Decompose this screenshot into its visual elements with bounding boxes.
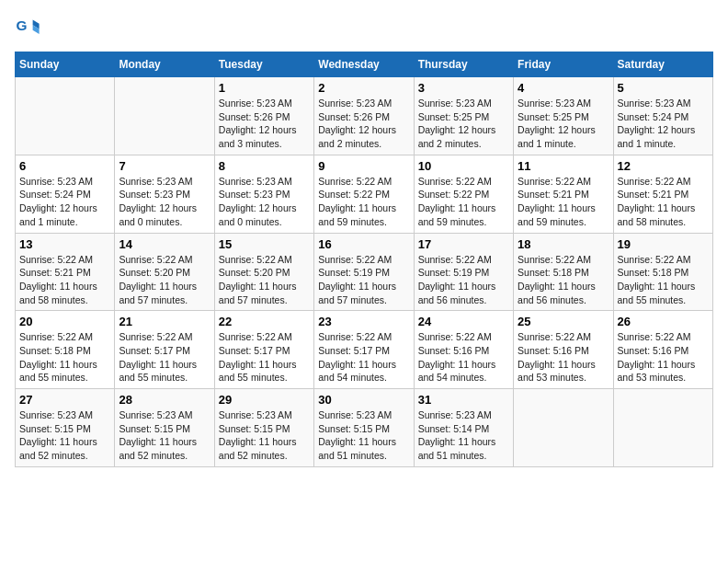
calendar-cell: 17Sunrise: 5:22 AM Sunset: 5:19 PM Dayli… (414, 233, 513, 311)
calendar-cell: 12Sunrise: 5:22 AM Sunset: 5:21 PM Dayli… (613, 155, 712, 233)
weekday-saturday: Saturday (613, 52, 712, 77)
weekday-header-row: SundayMondayTuesdayWednesdayThursdayFrid… (16, 52, 713, 77)
weekday-tuesday: Tuesday (214, 52, 313, 77)
calendar-cell: 4Sunrise: 5:23 AM Sunset: 5:25 PM Daylig… (514, 77, 613, 155)
day-info: Sunrise: 5:22 AM Sunset: 5:22 PM Dayligh… (418, 175, 509, 229)
day-info: Sunrise: 5:22 AM Sunset: 5:21 PM Dayligh… (19, 253, 110, 307)
day-info: Sunrise: 5:22 AM Sunset: 5:20 PM Dayligh… (219, 253, 310, 307)
day-info: Sunrise: 5:23 AM Sunset: 5:15 PM Dayligh… (219, 408, 310, 463)
day-number: 2 (318, 81, 409, 95)
calendar-cell (115, 77, 214, 155)
logo: G (15, 15, 44, 40)
calendar-cell: 20Sunrise: 5:22 AM Sunset: 5:18 PM Dayli… (16, 311, 115, 389)
calendar-body: 1Sunrise: 5:23 AM Sunset: 5:26 PM Daylig… (16, 77, 713, 467)
day-info: Sunrise: 5:23 AM Sunset: 5:15 PM Dayligh… (19, 408, 110, 463)
day-info: Sunrise: 5:22 AM Sunset: 5:19 PM Dayligh… (418, 253, 509, 307)
calendar-cell: 28Sunrise: 5:23 AM Sunset: 5:15 PM Dayli… (115, 389, 214, 467)
svg-text:G: G (16, 17, 27, 33)
day-number: 18 (518, 237, 609, 251)
day-number: 12 (618, 159, 709, 173)
calendar-cell: 2Sunrise: 5:23 AM Sunset: 5:26 PM Daylig… (314, 77, 414, 155)
day-info: Sunrise: 5:23 AM Sunset: 5:23 PM Dayligh… (219, 175, 310, 229)
calendar-cell: 25Sunrise: 5:22 AM Sunset: 5:16 PM Dayli… (514, 311, 613, 389)
calendar-cell: 1Sunrise: 5:23 AM Sunset: 5:26 PM Daylig… (214, 77, 313, 155)
day-number: 22 (219, 315, 310, 328)
day-number: 1 (219, 81, 310, 95)
logo-icon: G (15, 15, 40, 40)
calendar-cell: 23Sunrise: 5:22 AM Sunset: 5:17 PM Dayli… (314, 311, 414, 389)
calendar-cell: 16Sunrise: 5:22 AM Sunset: 5:19 PM Dayli… (314, 233, 414, 311)
page-header: G (15, 15, 713, 40)
calendar-table: SundayMondayTuesdayWednesdayThursdayFrid… (15, 52, 713, 467)
day-info: Sunrise: 5:23 AM Sunset: 5:14 PM Dayligh… (418, 408, 509, 463)
weekday-thursday: Thursday (414, 52, 513, 77)
day-number: 11 (518, 159, 609, 173)
week-row-1: 1Sunrise: 5:23 AM Sunset: 5:26 PM Daylig… (16, 77, 713, 155)
day-number: 27 (19, 393, 110, 407)
day-number: 14 (119, 237, 210, 251)
calendar-cell: 18Sunrise: 5:22 AM Sunset: 5:18 PM Dayli… (514, 233, 613, 311)
day-number: 7 (119, 159, 210, 173)
day-number: 3 (418, 81, 509, 95)
day-number: 26 (618, 315, 709, 328)
day-number: 13 (19, 237, 110, 251)
calendar-cell: 3Sunrise: 5:23 AM Sunset: 5:25 PM Daylig… (414, 77, 513, 155)
day-info: Sunrise: 5:23 AM Sunset: 5:25 PM Dayligh… (418, 97, 509, 151)
weekday-sunday: Sunday (16, 52, 115, 77)
day-number: 8 (219, 159, 310, 173)
calendar-cell: 9Sunrise: 5:22 AM Sunset: 5:22 PM Daylig… (314, 155, 414, 233)
day-number: 29 (219, 393, 310, 407)
calendar-cell: 31Sunrise: 5:23 AM Sunset: 5:14 PM Dayli… (414, 389, 513, 467)
calendar-cell: 10Sunrise: 5:22 AM Sunset: 5:22 PM Dayli… (414, 155, 513, 233)
calendar-cell (613, 389, 712, 467)
calendar-header: SundayMondayTuesdayWednesdayThursdayFrid… (16, 52, 713, 77)
day-info: Sunrise: 5:22 AM Sunset: 5:16 PM Dayligh… (518, 330, 609, 385)
day-number: 31 (418, 393, 509, 407)
calendar-cell: 14Sunrise: 5:22 AM Sunset: 5:20 PM Dayli… (115, 233, 214, 311)
day-info: Sunrise: 5:22 AM Sunset: 5:22 PM Dayligh… (318, 175, 409, 229)
day-info: Sunrise: 5:23 AM Sunset: 5:24 PM Dayligh… (618, 97, 709, 151)
calendar-cell: 13Sunrise: 5:22 AM Sunset: 5:21 PM Dayli… (16, 233, 115, 311)
day-info: Sunrise: 5:22 AM Sunset: 5:17 PM Dayligh… (219, 330, 310, 385)
week-row-3: 13Sunrise: 5:22 AM Sunset: 5:21 PM Dayli… (16, 233, 713, 311)
day-number: 24 (418, 315, 509, 328)
calendar-cell: 11Sunrise: 5:22 AM Sunset: 5:21 PM Dayli… (514, 155, 613, 233)
day-info: Sunrise: 5:22 AM Sunset: 5:19 PM Dayligh… (318, 253, 409, 307)
day-number: 21 (119, 315, 210, 328)
day-info: Sunrise: 5:22 AM Sunset: 5:17 PM Dayligh… (318, 330, 409, 385)
day-info: Sunrise: 5:22 AM Sunset: 5:18 PM Dayligh… (518, 253, 609, 307)
calendar-cell (514, 389, 613, 467)
calendar-cell: 24Sunrise: 5:22 AM Sunset: 5:16 PM Dayli… (414, 311, 513, 389)
day-number: 17 (418, 237, 509, 251)
day-info: Sunrise: 5:23 AM Sunset: 5:24 PM Dayligh… (19, 175, 110, 229)
calendar-cell: 29Sunrise: 5:23 AM Sunset: 5:15 PM Dayli… (214, 389, 313, 467)
calendar-cell: 5Sunrise: 5:23 AM Sunset: 5:24 PM Daylig… (613, 77, 712, 155)
day-number: 28 (119, 393, 210, 407)
calendar-cell: 26Sunrise: 5:22 AM Sunset: 5:16 PM Dayli… (613, 311, 712, 389)
day-info: Sunrise: 5:23 AM Sunset: 5:23 PM Dayligh… (119, 175, 210, 229)
day-number: 19 (618, 237, 709, 251)
day-info: Sunrise: 5:22 AM Sunset: 5:16 PM Dayligh… (418, 330, 509, 385)
day-info: Sunrise: 5:23 AM Sunset: 5:26 PM Dayligh… (318, 97, 409, 151)
day-number: 5 (618, 81, 709, 95)
day-info: Sunrise: 5:22 AM Sunset: 5:20 PM Dayligh… (119, 253, 210, 307)
day-info: Sunrise: 5:22 AM Sunset: 5:21 PM Dayligh… (518, 175, 609, 229)
calendar-cell: 6Sunrise: 5:23 AM Sunset: 5:24 PM Daylig… (16, 155, 115, 233)
day-number: 9 (318, 159, 409, 173)
day-info: Sunrise: 5:23 AM Sunset: 5:25 PM Dayligh… (518, 97, 609, 151)
day-number: 15 (219, 237, 310, 251)
day-number: 10 (418, 159, 509, 173)
day-info: Sunrise: 5:22 AM Sunset: 5:21 PM Dayligh… (618, 175, 709, 229)
day-number: 23 (318, 315, 409, 328)
day-number: 6 (19, 159, 110, 173)
calendar-cell: 19Sunrise: 5:22 AM Sunset: 5:18 PM Dayli… (613, 233, 712, 311)
calendar-cell: 7Sunrise: 5:23 AM Sunset: 5:23 PM Daylig… (115, 155, 214, 233)
calendar-cell: 30Sunrise: 5:23 AM Sunset: 5:15 PM Dayli… (314, 389, 414, 467)
day-info: Sunrise: 5:23 AM Sunset: 5:15 PM Dayligh… (119, 408, 210, 463)
day-number: 25 (518, 315, 609, 328)
weekday-friday: Friday (514, 52, 613, 77)
day-number: 20 (19, 315, 110, 328)
day-info: Sunrise: 5:23 AM Sunset: 5:26 PM Dayligh… (219, 97, 310, 151)
day-number: 4 (518, 81, 609, 95)
day-info: Sunrise: 5:22 AM Sunset: 5:18 PM Dayligh… (19, 330, 110, 385)
